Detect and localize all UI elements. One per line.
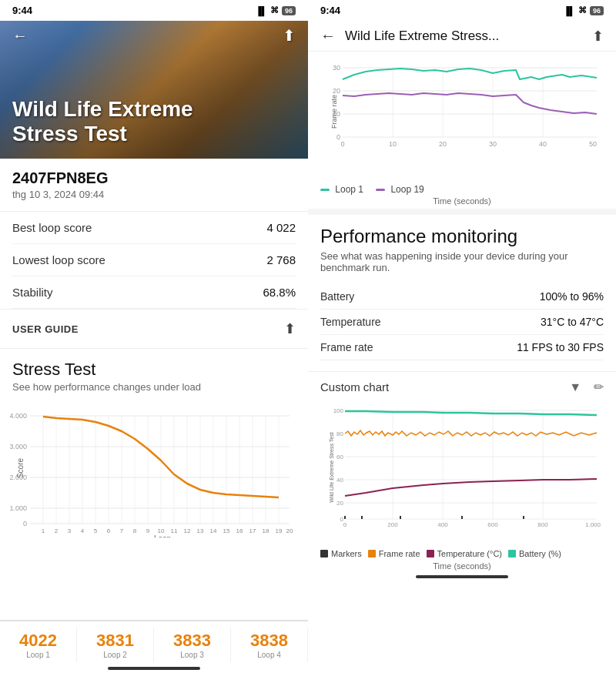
svg-text:5: 5	[94, 527, 98, 534]
svg-text:200: 200	[387, 521, 398, 528]
svg-text:0: 0	[23, 520, 27, 527]
svg-text:30: 30	[489, 140, 497, 148]
svg-text:800: 800	[537, 521, 548, 528]
stat-best-label: Best loop score	[12, 221, 92, 234]
perf-framerate-row: Frame rate 11 FPS to 30 FPS	[320, 335, 604, 360]
svg-text:17: 17	[249, 527, 256, 534]
left-home-indicator	[108, 667, 200, 670]
svg-text:14: 14	[210, 527, 217, 534]
edit-icon[interactable]: ✏	[594, 380, 604, 394]
stat-stability: Stability 68.8%	[12, 276, 296, 309]
loop-item-1: 4022 Loop 1	[0, 628, 77, 662]
left-share-button[interactable]: ⬆	[283, 26, 296, 45]
svg-text:10: 10	[333, 110, 340, 118]
temperature-color	[427, 550, 434, 557]
stress-chart-container: Score 4.000 3.000 2.000 1.000 0	[0, 399, 308, 620]
right-nav-bar: ← Wild Life Extreme Stress... ⬆	[308, 21, 616, 52]
right-signal-icon: ▐▌	[563, 6, 575, 15]
perf-title: Performance monitoring	[320, 226, 604, 247]
loop-score-2: 3831	[77, 631, 153, 651]
custom-chart-x-label: Time (seconds)	[308, 561, 616, 571]
user-guide-row[interactable]: USER GUIDE ⬆	[0, 309, 308, 349]
svg-text:16: 16	[236, 527, 243, 534]
right-status-bar: 9:44 ▐▌ ⌘ 96	[308, 0, 616, 21]
perf-subtitle: See what was happening inside your devic…	[320, 250, 604, 273]
svg-text:7: 7	[120, 527, 124, 534]
right-status-icons: ▐▌ ⌘ 96	[563, 5, 604, 15]
loop-item-4: 3838 Loop 4	[231, 628, 308, 662]
left-status-icons: ▐▌ ⌘ 96	[255, 5, 296, 15]
stat-best-value: 4 022	[266, 221, 296, 234]
stats-section: Best loop score 4 022 Lowest loop score …	[0, 212, 308, 309]
stat-lowest-loop: Lowest loop score 2 768	[12, 244, 296, 276]
svg-text:2.000: 2.000	[9, 474, 27, 481]
custom-chart-select[interactable]: Custom chart	[320, 380, 563, 393]
date-text: thg 10 3, 2024 09:44	[12, 189, 296, 200]
frame-chart-x-label: Time (seconds)	[320, 196, 604, 206]
svg-text:100: 100	[333, 407, 344, 414]
svg-text:12: 12	[184, 527, 191, 534]
frame-chart-wrapper: Frame rate 30 20 10 0 0 10 20	[320, 58, 604, 181]
perf-framerate-label: Frame rate	[320, 341, 373, 353]
svg-text:30: 30	[333, 64, 340, 72]
left-back-button[interactable]: ←	[12, 27, 28, 45]
frame-chart-section: Frame rate 30 20 10 0 0 10 20	[308, 52, 616, 215]
svg-text:4: 4	[81, 527, 85, 534]
svg-text:9: 9	[146, 527, 150, 534]
info-section: 2407FPN8EG thg 10 3, 2024 09:44	[0, 159, 308, 212]
right-share-button[interactable]: ⬆	[592, 28, 604, 45]
perf-section: Performance monitoring See what was happ…	[308, 215, 616, 371]
stress-title: Stress Test	[12, 360, 296, 380]
frame-chart-legend: Loop 1 Loop 19	[320, 184, 604, 195]
loop-scores: 4022 Loop 1 3831 Loop 2 3833 Loop 3 3838…	[0, 620, 308, 662]
stat-lowest-label: Lowest loop score	[12, 253, 105, 266]
right-home-indicator	[416, 575, 508, 578]
svg-text:1: 1	[42, 527, 45, 534]
svg-text:3.000: 3.000	[9, 443, 27, 450]
loop1-color	[320, 189, 330, 191]
perf-temp-label: Temperature	[320, 316, 381, 328]
svg-text:6: 6	[107, 527, 111, 534]
custom-chart-svg: Wild Life Extreme Stress Test 100 80 60 …	[320, 402, 604, 537]
svg-text:400: 400	[437, 521, 448, 528]
svg-text:15: 15	[223, 527, 230, 534]
svg-text:20: 20	[336, 500, 343, 507]
svg-text:80: 80	[336, 430, 343, 437]
framerate-label: Frame rate	[379, 549, 420, 558]
markers-color	[320, 550, 328, 557]
hero-title: Wild Life Extreme Stress Test	[12, 97, 193, 146]
right-back-button[interactable]: ←	[320, 27, 336, 45]
markers-label: Markers	[331, 549, 362, 558]
left-panel: 9:44 ▐▌ ⌘ 96 ← ⬆ Wild Life Extreme Stres…	[0, 0, 308, 673]
svg-text:50: 50	[589, 140, 597, 148]
right-battery-badge: 96	[590, 6, 604, 15]
dropdown-icon[interactable]: ▼	[569, 380, 581, 394]
svg-text:10: 10	[389, 140, 397, 148]
battery-badge: 96	[282, 6, 296, 15]
legend-loop1: Loop 1	[320, 184, 363, 195]
svg-text:1.000: 1.000	[585, 521, 601, 528]
custom-chart-bar[interactable]: Custom chart ▼ ✏	[308, 371, 616, 402]
svg-text:19: 19	[276, 527, 283, 534]
right-nav-title: Wild Life Extreme Stress...	[345, 28, 583, 44]
loop19-color	[376, 189, 385, 191]
legend-temperature: Temperature (°C)	[427, 549, 502, 558]
right-wifi-icon: ⌘	[578, 5, 587, 15]
legend-markers: Markers	[320, 549, 362, 558]
signal-icon: ▐▌	[255, 6, 267, 15]
device-id: 2407FPN8EG	[12, 169, 296, 187]
loop-score-3: 3833	[154, 631, 230, 651]
perf-battery-label: Battery	[320, 290, 354, 303]
loop-score-1: 4022	[0, 631, 76, 651]
svg-text:4.000: 4.000	[9, 412, 27, 420]
loop-item-3: 3833 Loop 3	[154, 628, 231, 662]
svg-text:8: 8	[133, 527, 137, 534]
svg-text:0: 0	[343, 521, 347, 528]
perf-temp-row: Temperature 31°C to 47°C	[320, 310, 604, 335]
left-nav-bar: ← ⬆	[0, 20, 308, 51]
svg-text:20: 20	[439, 140, 447, 148]
stat-lowest-value: 2 768	[266, 253, 296, 266]
left-status-bar: 9:44 ▐▌ ⌘ 96	[0, 0, 308, 21]
stress-chart-svg: Score 4.000 3.000 2.000 1.000 0	[0, 399, 302, 537]
user-guide-share-icon[interactable]: ⬆	[284, 320, 296, 337]
